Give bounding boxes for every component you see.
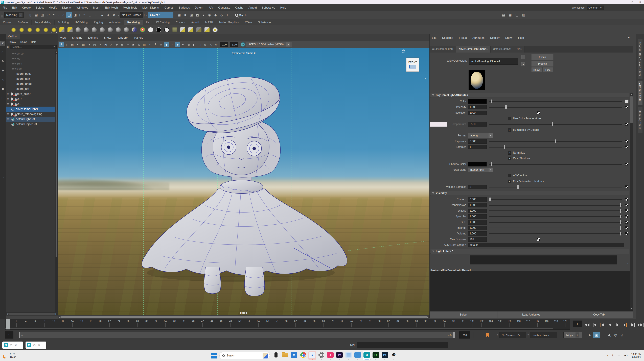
loop-toggle-icon[interactable]: ↻ (587, 332, 593, 338)
command-line-input[interactable] (357, 342, 448, 348)
file-op-icon[interactable]: ▯ (27, 12, 33, 18)
shelf-tab-rigging[interactable]: Rigging (91, 20, 106, 25)
slider[interactable] (489, 99, 622, 104)
filter-icon[interactable]: ▣ (7, 45, 9, 48)
shelf-tab-xgen[interactable]: XGen (242, 20, 255, 25)
value-field[interactable]: 1.000 (468, 226, 487, 230)
ae-menu-display[interactable]: Display (490, 36, 500, 40)
viewport-toolbar-icon[interactable]: ▨ (81, 42, 86, 47)
time-ruler[interactable]: 2468101214161820222426283032343638404244… (5, 319, 570, 330)
shelf-band-icon[interactable] (131, 26, 138, 34)
ae-tab-aiSkyDomeLight1[interactable]: aiSkyDomeLight1 (430, 46, 456, 52)
workspace-layout-icon[interactable]: ◫ (514, 12, 520, 18)
outliner-search-input[interactable]: Search...▼ (10, 45, 56, 49)
taskbar-app-file-explorer[interactable] (281, 351, 289, 360)
ae-menu-focus[interactable]: Focus (459, 36, 467, 40)
minimize-button[interactable]: ─ (621, 0, 628, 4)
viewport-toolbar-icon[interactable]: ◔ (98, 42, 102, 47)
viewport-toolbar-icon[interactable]: △ (108, 42, 114, 47)
viewport-menu-view[interactable]: View (60, 36, 66, 40)
tool-icon[interactable]: ✎ (0, 59, 5, 64)
color-swatch[interactable] (468, 99, 487, 104)
slider[interactable] (489, 197, 622, 202)
step-forward-frame-button[interactable] (630, 321, 636, 328)
exposure-field[interactable]: 0.00 (220, 42, 228, 47)
shelf-point-icon[interactable] (26, 26, 33, 34)
ae-menu-selected[interactable]: Selected (442, 36, 453, 40)
menu-deform[interactable]: Deform (192, 6, 207, 10)
shelf-tab-substance[interactable]: Substance (255, 20, 274, 25)
play-forwards-button[interactable] (614, 321, 621, 328)
play-backwards-button[interactable] (606, 321, 613, 328)
file-op-icon[interactable]: ↷ (52, 12, 57, 18)
text-field[interactable]: default (468, 243, 624, 248)
menu-surfaces[interactable]: Surfaces (176, 6, 192, 10)
value-field[interactable]: 1.000 (468, 232, 487, 236)
menu-display[interactable]: Display (60, 6, 74, 10)
ae-tab-aiSkyDomeLightShape1[interactable]: aiSkyDomeLightShape1 (456, 46, 490, 52)
viewport-toolbar-icon[interactable]: ◫ (142, 42, 147, 47)
ae-menu-help[interactable]: Help (518, 36, 524, 40)
color-swatch[interactable] (468, 162, 487, 166)
shelf-tab-mash[interactable]: MASH (202, 20, 216, 25)
map-button-icon[interactable] (625, 204, 628, 206)
menu-select[interactable]: Select (33, 6, 46, 10)
animation-end-field[interactable]: 200 (459, 332, 470, 338)
render-icon[interactable]: ◆ (213, 12, 218, 18)
ae-tab-defaultLightSet[interactable]: defaultLightSet (490, 46, 514, 52)
tray-icon[interactable]: ◄) (624, 354, 628, 357)
checkbox[interactable]: ✓ (508, 151, 511, 154)
map-button-icon[interactable] (625, 100, 628, 103)
snap-icon[interactable]: ◠ (81, 12, 87, 18)
slider[interactable] (489, 232, 622, 236)
playhead[interactable]: 1 (6, 319, 10, 330)
shelf-tab-uv-editing[interactable]: UV Editing (72, 20, 91, 25)
shelf-sph-icon[interactable] (115, 26, 122, 34)
selection-mode-icon[interactable]: ◨ (72, 12, 78, 18)
outliner-item-top[interactable]: top (6, 56, 58, 61)
snap-icon[interactable]: ◕ (99, 12, 105, 18)
selection-mode-icon[interactable]: ◸ (60, 12, 66, 18)
viewport-toolbar-icon[interactable]: ⊕ (114, 42, 119, 47)
tray-icon[interactable]: ☾ (612, 354, 614, 357)
viewport-toolbar-icon[interactable]: ◬ (208, 42, 214, 47)
value-field[interactable]: 1.000 (468, 105, 487, 110)
presets-button[interactable]: Presets (531, 60, 554, 67)
checkbox[interactable]: ✓ (508, 157, 511, 160)
command-language-label[interactable]: MEL (350, 344, 356, 346)
menu-arnold[interactable]: Arnold (246, 6, 259, 10)
map-button-icon[interactable] (625, 123, 628, 126)
taskbar-search[interactable]: Search (220, 352, 270, 359)
taskbar-app-premiere-pro[interactable]: Pr (336, 351, 343, 360)
snap-icon[interactable]: ◈ (105, 12, 111, 18)
map-button-icon[interactable] (625, 232, 628, 235)
copy-tab-button[interactable]: Copy Tab (565, 312, 633, 318)
map-button-icon[interactable] (625, 140, 628, 143)
map-button-icon[interactable] (625, 186, 628, 188)
slider[interactable] (489, 122, 622, 126)
render-icon[interactable]: ◇ (219, 12, 224, 18)
value-field[interactable]: 999 (468, 237, 487, 242)
viewport-menu-show[interactable]: Show (104, 36, 111, 40)
shelf-sph-icon[interactable] (82, 26, 90, 34)
map-button-icon[interactable] (625, 146, 628, 148)
shelf-tab-rendering[interactable]: Rendering (124, 20, 143, 25)
shelf-tab-motion-graphics[interactable]: Motion Graphics (216, 20, 242, 25)
menu-cache[interactable]: Cache (233, 6, 246, 10)
workspace-layout-icon[interactable]: ▥ (521, 12, 526, 18)
shelf-tab-sculpting[interactable]: Sculpting (54, 20, 72, 25)
menu-curves[interactable]: Curves (162, 6, 176, 10)
outliner-item-spore_collar[interactable]: ⊞spore_collar (6, 92, 58, 96)
tool-icon[interactable]: ◎ (0, 77, 5, 82)
workspace-layout-icon[interactable]: ▤ (501, 12, 506, 18)
checkbox[interactable]: ✓ (508, 180, 511, 183)
anim-layer-dropdown[interactable]: No Anim Layer (530, 332, 557, 338)
value-field[interactable]: 1.000 (468, 220, 487, 224)
slider[interactable] (489, 203, 622, 207)
snap-icon[interactable]: ◔ (93, 12, 99, 18)
map-button-icon[interactable] (625, 198, 628, 201)
colorspace-dropdown[interactable]: ACES 1.0 SDR-video (sRGB)▼ (246, 42, 292, 47)
step-forward-key-button[interactable] (622, 321, 628, 328)
taskbar-app-phone-link[interactable] (272, 351, 280, 360)
slider[interactable] (489, 226, 622, 230)
